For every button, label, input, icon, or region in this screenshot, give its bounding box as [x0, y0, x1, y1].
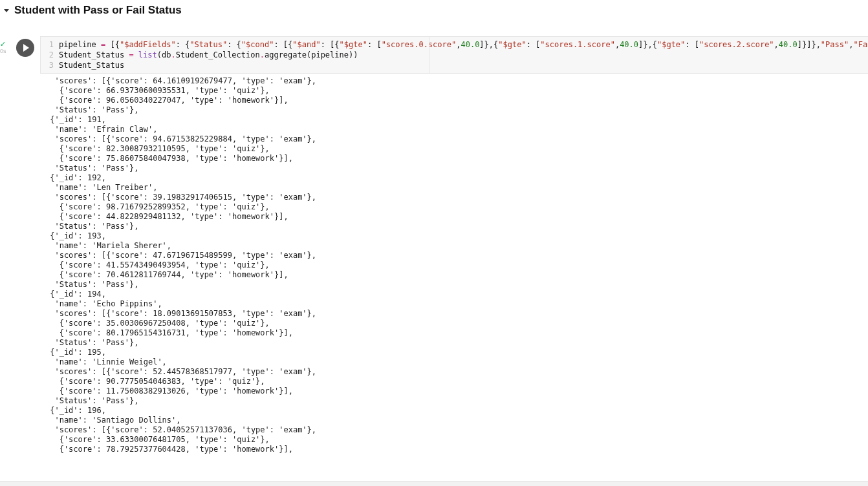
line-number: 3: [41, 60, 59, 70]
code-line[interactable]: 1pipeline = [{"$addFields": {"Status": {…: [41, 39, 868, 50]
editor-center-divider: [429, 37, 429, 73]
code-line[interactable]: 2Student_Status = list(db.Student_Collec…: [41, 50, 868, 60]
code-content[interactable]: Student_Status = list(db.Student_Collect…: [59, 50, 358, 60]
collapse-arrow-icon[interactable]: [4, 9, 9, 12]
play-icon: [23, 44, 29, 52]
execution-status-gutter: ✓ 0s: [0, 36, 10, 54]
code-line[interactable]: 3Student_Status: [41, 60, 868, 70]
run-cell-button[interactable]: [16, 39, 34, 57]
line-number: 1: [41, 39, 59, 50]
code-content[interactable]: Student_Status: [59, 60, 124, 70]
cell-output: 'scores': [{'score': 64.16109192679477, …: [40, 74, 868, 461]
code-editor[interactable]: 1pipeline = [{"$addFields": {"Status": {…: [40, 36, 868, 74]
code-content[interactable]: pipeline = [{"$addFields": {"Status": {"…: [59, 39, 868, 50]
code-cell: ✓ 0s 1pipeline = [{"$addFields": {"Statu…: [0, 36, 868, 74]
exec-time-label: 0s: [0, 48, 6, 54]
markdown-header-cell: Student with Pass or Fail Status: [0, 0, 868, 21]
line-number: 2: [41, 50, 59, 60]
section-title: Student with Pass or Fail Status: [14, 4, 182, 17]
run-column: [10, 36, 40, 57]
